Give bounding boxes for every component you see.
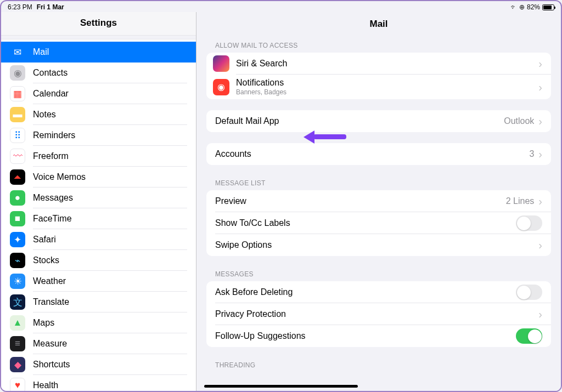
sidebar-item-calendar[interactable]: ▦Calendar [1,83,196,104]
sidebar-item-label: Voice Memos [33,172,86,182]
group-access: Siri & Search › ◉ Notifications Banners,… [206,53,551,99]
status-bar: 6:23 PM Fri 1 Mar ᯤ ⊕ 82% [1,1,561,12]
settings-sidebar: Settings ✉︎Mail◉Contacts▦Calendar▬Notes⠿… [1,12,196,391]
section-message-list: MESSAGE LIST [196,176,561,190]
chevron-right-icon: › [538,149,542,160]
weather-icon: ☀ [10,274,25,289]
facetime-icon: ■ [10,211,25,226]
sidebar-item-label: FaceTime [33,214,72,224]
row-default-mail-app[interactable]: Default Mail App Outlook › [206,110,551,132]
chevron-right-icon: › [538,240,542,251]
row-label: Show To/Cc Labels [215,218,516,228]
sidebar-item-facetime[interactable]: ■FaceTime [1,208,196,229]
reminders-icon: ⠿ [10,128,25,143]
sidebar-item-label: Reminders [33,130,75,140]
calendar-icon: ▦ [10,86,25,101]
sidebar-item-maps[interactable]: ▲Maps [1,313,196,333]
row-show-tocc[interactable]: Show To/Cc Labels [206,212,551,234]
sidebar-item-label: Contacts [33,68,68,78]
group-message-list: Preview 2 Lines › Show To/Cc Labels Swip… [206,190,551,256]
chevron-right-icon: › [538,58,542,69]
sidebar-item-label: Measure [33,339,67,349]
sidebar-item-contacts[interactable]: ◉Contacts [1,63,196,83]
sidebar-item-label: Shortcuts [33,360,70,370]
sidebar-item-label: Messages [33,193,73,203]
shortcuts-icon: ◆ [10,357,25,372]
sidebar-title: Settings [1,12,196,36]
row-ask-before-deleting[interactable]: Ask Before Deleting [206,281,551,303]
sidebar-item-safari[interactable]: ✦Safari [1,229,196,250]
sidebar-item-label: Mail [33,47,49,57]
notifications-icon: ◉ [213,79,229,95]
sidebar-item-measure[interactable]: ≡Measure [1,333,196,354]
measure-icon: ≡ [10,336,25,351]
section-messages: MESSAGES [196,267,561,281]
sidebar-item-weather[interactable]: ☀Weather [1,271,196,292]
battery-icon [542,4,554,10]
sidebar-item-label: Freeform [33,151,69,161]
main-title: Mail [196,12,561,38]
notes-icon: ▬ [10,107,25,122]
orientation-lock-icon: ⊕ [519,3,525,11]
main-panel: Mail ALLOW MAIL TO ACCESS Siri & Search … [196,12,561,391]
sidebar-item-label: Safari [33,235,56,245]
row-privacy-protection[interactable]: Privacy Protection › [206,303,551,325]
row-label: Preview [215,196,506,206]
chevron-right-icon: › [538,309,542,320]
chevron-right-icon: › [538,116,542,127]
sidebar-item-label: Stocks [33,255,59,265]
toggle-ask-before-deleting[interactable] [516,285,542,300]
group-messages: Ask Before Deleting Privacy Protection ›… [206,281,551,347]
maps-icon: ▲ [10,315,25,331]
sidebar-item-label: Notes [33,110,56,120]
health-icon: ♥ [10,378,25,391]
sidebar-item-notes[interactable]: ▬Notes [1,104,196,125]
section-threading: THREADING [196,358,561,372]
row-label: Privacy Protection [215,309,538,319]
row-notifications[interactable]: ◉ Notifications Banners, Badges › [206,75,551,99]
sidebar-list[interactable]: ✉︎Mail◉Contacts▦Calendar▬Notes⠿Reminders… [1,39,196,391]
row-follow-up-suggestions[interactable]: Follow-Up Suggestions [206,325,551,347]
sidebar-item-label: Health [33,380,58,390]
row-siri-search[interactable]: Siri & Search › [206,53,551,75]
battery-pct: 82% [527,3,540,11]
row-swipe-options[interactable]: Swipe Options › [206,234,551,256]
section-allow-access: ALLOW MAIL TO ACCESS [196,38,561,53]
row-label: Ask Before Deleting [215,287,516,297]
sidebar-item-health[interactable]: ♥Health [1,375,196,391]
wifi-icon: ᯤ [510,3,517,11]
sidebar-item-translate[interactable]: 文Translate [1,292,196,313]
group-accounts: Accounts 3 › [206,143,551,165]
sidebar-item-voice-memos[interactable]: ⏶Voice Memos [1,167,196,188]
row-label: Default Mail App [215,116,504,126]
sidebar-item-label: Weather [33,276,66,286]
stocks-icon: ⌁ [10,253,25,268]
home-indicator[interactable] [204,385,358,388]
row-label: Accounts [215,149,529,159]
row-accounts[interactable]: Accounts 3 › [206,143,551,165]
sidebar-item-messages[interactable]: ●Messages [1,188,196,208]
toggle-follow-up[interactable] [516,328,542,344]
sidebar-item-stocks[interactable]: ⌁Stocks [1,250,196,271]
sidebar-item-mail[interactable]: ✉︎Mail [1,42,196,63]
group-default-mail: Default Mail App Outlook › [206,110,551,132]
siri-icon [213,55,229,72]
row-value: 2 Lines [506,196,535,206]
sidebar-item-label: Calendar [33,89,69,99]
sidebar-item-freeform[interactable]: 〰Freeform [1,146,196,167]
row-label: Follow-Up Suggestions [215,331,516,341]
chevron-right-icon: › [538,82,542,93]
sidebar-item-reminders[interactable]: ⠿Reminders [1,125,196,146]
toggle-show-tocc[interactable] [516,215,542,231]
status-date: Fri 1 Mar [37,3,64,11]
sidebar-item-shortcuts[interactable]: ◆Shortcuts [1,354,196,375]
voice-memos-icon: ⏶ [10,169,25,185]
row-preview[interactable]: Preview 2 Lines › [206,190,551,212]
safari-icon: ✦ [10,232,25,247]
messages-icon: ● [10,190,25,206]
row-value: 3 [529,149,534,159]
row-label: Swipe Options [215,240,538,250]
row-value: Outlook [504,116,534,126]
translate-icon: 文 [10,294,25,310]
chevron-right-icon: › [538,196,542,207]
